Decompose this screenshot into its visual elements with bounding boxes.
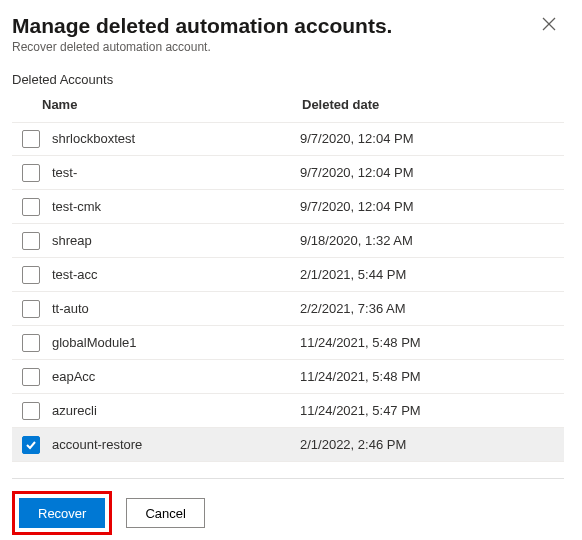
cell-date: 11/24/2021, 5:48 PM [300, 335, 564, 350]
row-checkbox[interactable] [22, 402, 40, 420]
cell-name: shreap [52, 233, 300, 248]
table-row[interactable]: account-restore2/1/2022, 2:46 PM [12, 428, 564, 462]
page-subtitle: Recover deleted automation account. [12, 40, 392, 54]
page-title: Manage deleted automation accounts. [12, 14, 392, 38]
table-row[interactable]: globalModule111/24/2021, 5:48 PM [12, 326, 564, 360]
cell-date: 2/1/2021, 5:44 PM [300, 267, 564, 282]
cell-date: 11/24/2021, 5:48 PM [300, 369, 564, 384]
table-rows[interactable]: shrlockboxtest9/7/2020, 12:04 PMtest-9/7… [12, 122, 564, 462]
table-row[interactable]: test-cmk9/7/2020, 12:04 PM [12, 190, 564, 224]
table-row[interactable]: test-acc2/1/2021, 5:44 PM [12, 258, 564, 292]
cell-date: 11/24/2021, 5:47 PM [300, 403, 564, 418]
table-row[interactable]: shreap9/18/2020, 1:32 AM [12, 224, 564, 258]
row-checkbox[interactable] [22, 300, 40, 318]
cell-name: eapAcc [52, 369, 300, 384]
cell-name: azurecli [52, 403, 300, 418]
cell-name: test- [52, 165, 300, 180]
cell-name: shrlockboxtest [52, 131, 300, 146]
row-checkbox[interactable] [22, 232, 40, 250]
row-checkbox[interactable] [22, 334, 40, 352]
highlight-annotation: Recover [12, 491, 112, 535]
cell-date: 9/18/2020, 1:32 AM [300, 233, 564, 248]
table-row[interactable]: tt-auto2/2/2021, 7:36 AM [12, 292, 564, 326]
cell-date: 9/7/2020, 12:04 PM [300, 131, 564, 146]
row-checkbox[interactable] [22, 198, 40, 216]
row-checkbox[interactable] [22, 266, 40, 284]
cell-name: globalModule1 [52, 335, 300, 350]
cell-name: test-acc [52, 267, 300, 282]
column-header-deleted-date[interactable]: Deleted date [302, 97, 564, 112]
table-row[interactable]: shrlockboxtest9/7/2020, 12:04 PM [12, 122, 564, 156]
row-checkbox[interactable] [22, 164, 40, 182]
table-row[interactable]: eapAcc11/24/2021, 5:48 PM [12, 360, 564, 394]
row-checkbox[interactable] [22, 368, 40, 386]
cell-name: tt-auto [52, 301, 300, 316]
cancel-button[interactable]: Cancel [126, 498, 204, 528]
cell-name: test-cmk [52, 199, 300, 214]
cell-date: 9/7/2020, 12:04 PM [300, 165, 564, 180]
row-checkbox[interactable] [22, 130, 40, 148]
column-header-name[interactable]: Name [42, 97, 302, 112]
cell-name: account-restore [52, 437, 300, 452]
row-checkbox[interactable] [22, 436, 40, 454]
section-label: Deleted Accounts [12, 72, 564, 87]
close-icon[interactable] [534, 10, 564, 40]
table-row[interactable]: test-9/7/2020, 12:04 PM [12, 156, 564, 190]
cell-date: 9/7/2020, 12:04 PM [300, 199, 564, 214]
table-row[interactable]: azurecli11/24/2021, 5:47 PM [12, 394, 564, 428]
deleted-accounts-table: Name Deleted date shrlockboxtest9/7/2020… [12, 91, 564, 462]
cell-date: 2/1/2022, 2:46 PM [300, 437, 564, 452]
cell-date: 2/2/2021, 7:36 AM [300, 301, 564, 316]
recover-button[interactable]: Recover [19, 498, 105, 528]
